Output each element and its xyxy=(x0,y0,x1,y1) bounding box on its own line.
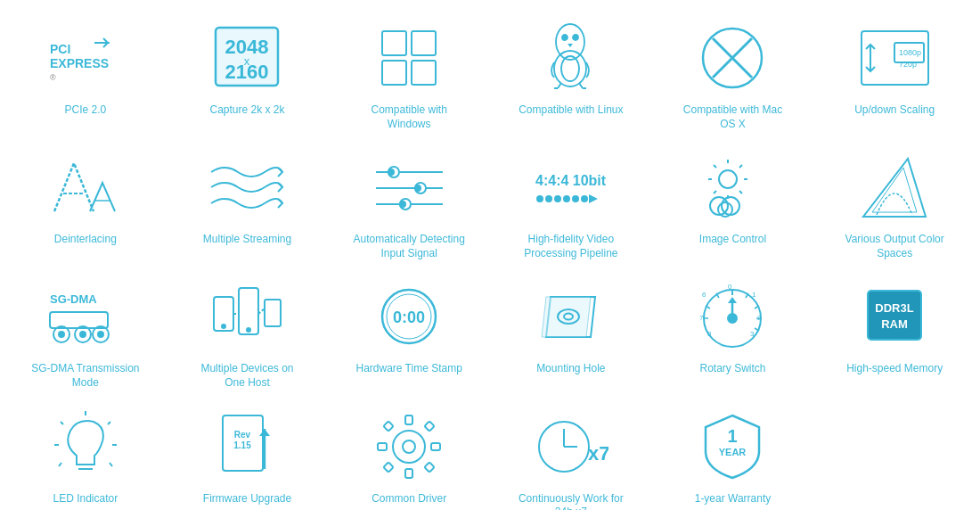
cell-macos: Compatible with Mac OS X xyxy=(652,9,814,138)
svg-rect-94 xyxy=(868,291,921,340)
svg-point-67 xyxy=(247,328,250,332)
svg-line-101 xyxy=(108,422,110,424)
feature-grid: PCI EXPRESS ® PCIe 2.0 2048 x 2160 Captu… xyxy=(0,0,980,510)
svg-marker-55 xyxy=(872,168,917,212)
label-autodetect: Automatically Detecting Input Signal xyxy=(351,233,467,260)
svg-point-61 xyxy=(59,332,64,337)
cell-firmware: Rev 1.15 Firmware Upgrade xyxy=(167,398,329,510)
label-sgdma: SG-DMA Transmission Mode xyxy=(28,362,143,390)
label-colorspaces: Various Output Color Spaces xyxy=(837,233,952,260)
svg-point-13 xyxy=(573,35,578,40)
svg-text:1: 1 xyxy=(752,291,756,299)
cell-multidev: Multiple Devices on One Host xyxy=(167,267,329,397)
cell-hifi: 4:4:4 10bit High-fidelity Video Processi… xyxy=(490,138,652,267)
svg-point-40 xyxy=(573,196,578,202)
svg-point-31 xyxy=(414,185,421,192)
icon-rotary: 0 1 2 3 8 7 6 xyxy=(688,276,777,357)
icon-linux xyxy=(527,18,616,98)
cell-deinterlacing: Deinterlacing xyxy=(4,138,167,267)
svg-text:SG-DMA: SG-DMA xyxy=(50,292,97,306)
icon-macos xyxy=(688,18,777,98)
svg-point-65 xyxy=(222,325,225,328)
label-linux: Compatible with Linux xyxy=(519,103,623,118)
label-warranty: 1-year Warranty xyxy=(695,492,772,506)
label-updown: Up/down Scaling xyxy=(854,103,935,118)
svg-text:0:00: 0:00 xyxy=(393,308,425,326)
svg-point-12 xyxy=(562,35,568,40)
svg-text:PCI: PCI xyxy=(50,42,70,56)
label-windows: Compatible with Windows xyxy=(351,103,467,131)
cell-colorspaces: Various Output Color Spaces xyxy=(813,138,976,267)
cell-autodetect: Automatically Detecting Input Signal xyxy=(328,138,490,267)
svg-rect-8 xyxy=(412,31,436,55)
svg-rect-113 xyxy=(405,469,412,478)
svg-text:YEAR: YEAR xyxy=(719,447,747,457)
cell-mounting: Mounting Hole xyxy=(490,267,652,397)
label-rotary: Rotary Switch xyxy=(699,362,765,376)
cell-capture2k: 2048 x 2160 Capture 2k x 2k xyxy=(167,9,329,138)
svg-rect-10 xyxy=(412,61,436,85)
svg-text:2: 2 xyxy=(757,314,762,322)
label-timestamp: Hardware Time Stamp xyxy=(355,362,461,376)
cell-sgdma: SG-DMA SG-DMA Transmission Mode xyxy=(4,267,167,397)
icon-streaming xyxy=(202,147,291,227)
icon-imagecontrol xyxy=(688,147,777,227)
icon-windows xyxy=(364,18,453,98)
label-driver: Common Driver xyxy=(372,492,446,506)
label-imagecontrol: Image Control xyxy=(699,233,766,247)
svg-text:720p: 720p xyxy=(899,60,917,69)
svg-rect-114 xyxy=(378,443,387,450)
icon-hifi: 4:4:4 10bit xyxy=(527,147,616,227)
svg-text:x7: x7 xyxy=(588,442,608,465)
svg-line-48 xyxy=(739,191,742,193)
label-work24: Continuously Work for 24h x7 xyxy=(513,492,629,510)
icon-led xyxy=(41,407,130,487)
svg-point-53 xyxy=(718,202,732,217)
label-streaming: Multiple Streaming xyxy=(203,233,291,247)
svg-point-28 xyxy=(388,169,395,176)
icon-updown: 1080p 720p xyxy=(850,18,939,98)
svg-rect-116 xyxy=(383,421,393,431)
cell-work24: x7 Continuously Work for 24h x7 xyxy=(490,398,652,510)
svg-line-105 xyxy=(110,463,112,466)
svg-text:7: 7 xyxy=(699,314,704,322)
icon-capture2k: 2048 x 2160 xyxy=(202,18,291,98)
svg-rect-112 xyxy=(405,415,412,424)
svg-point-111 xyxy=(403,440,415,453)
svg-text:1080p: 1080p xyxy=(899,48,921,57)
label-memory: High-speed Memory xyxy=(846,362,943,376)
icon-deinterlacing xyxy=(41,147,130,227)
svg-text:3: 3 xyxy=(750,330,755,338)
svg-text:6: 6 xyxy=(702,291,706,299)
cell-driver: Common Driver xyxy=(328,398,490,510)
cell-imagecontrol: Image Control xyxy=(652,138,814,267)
cell-rotary: 0 1 2 3 8 7 6 Rotary Switch xyxy=(652,267,814,397)
svg-text:2160: 2160 xyxy=(225,61,269,83)
svg-rect-118 xyxy=(383,462,393,472)
svg-point-110 xyxy=(393,431,425,463)
cell-updown: 1080p 720p Up/down Scaling xyxy=(813,9,976,138)
svg-point-38 xyxy=(555,196,560,202)
icon-driver xyxy=(364,407,453,487)
svg-point-62 xyxy=(80,332,86,337)
svg-rect-117 xyxy=(424,421,434,431)
svg-text:Rev: Rev xyxy=(234,430,251,440)
cell-windows: Compatible with Windows xyxy=(328,9,490,138)
label-hifi: High-fidelity Video Processing Pipeline xyxy=(513,233,629,260)
label-led: LED Indicator xyxy=(53,492,118,506)
svg-line-100 xyxy=(61,422,63,424)
svg-point-37 xyxy=(546,196,551,202)
cell-pcie: PCI EXPRESS ® PCIe 2.0 xyxy=(4,9,167,138)
svg-line-69 xyxy=(258,308,265,314)
icon-pcie: PCI EXPRESS ® xyxy=(41,18,130,98)
svg-point-39 xyxy=(564,196,569,202)
icon-work24: x7 xyxy=(527,407,616,487)
icon-multidev xyxy=(202,276,291,357)
svg-rect-115 xyxy=(431,443,440,450)
svg-text:RAM: RAM xyxy=(881,317,908,331)
svg-rect-7 xyxy=(382,31,406,55)
svg-text:EXPRESS: EXPRESS xyxy=(50,56,109,70)
svg-text:®: ® xyxy=(50,73,56,82)
svg-point-42 xyxy=(719,170,737,188)
svg-text:8: 8 xyxy=(707,330,712,338)
